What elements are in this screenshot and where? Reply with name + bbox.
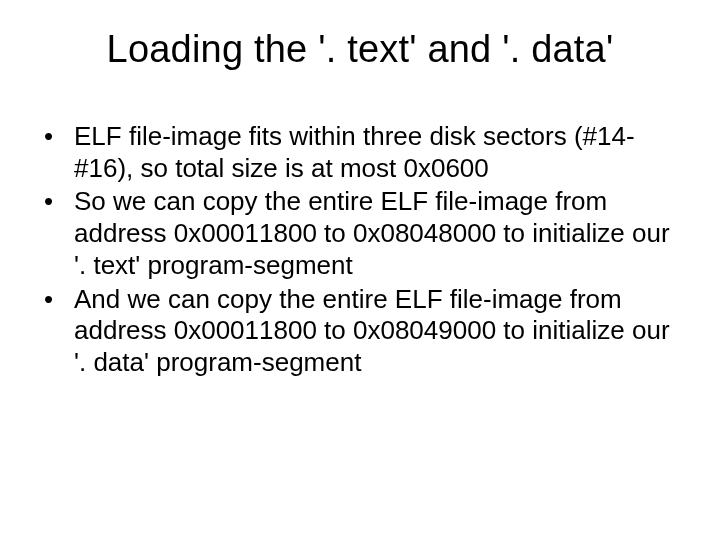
list-item: So we can copy the entire ELF file-image… — [44, 186, 680, 281]
list-item: ELF file-image fits within three disk se… — [44, 121, 680, 184]
page-title: Loading the '. text' and '. data' — [40, 28, 680, 71]
bullet-list: ELF file-image fits within three disk se… — [40, 121, 680, 379]
list-item: And we can copy the entire ELF file-imag… — [44, 284, 680, 379]
